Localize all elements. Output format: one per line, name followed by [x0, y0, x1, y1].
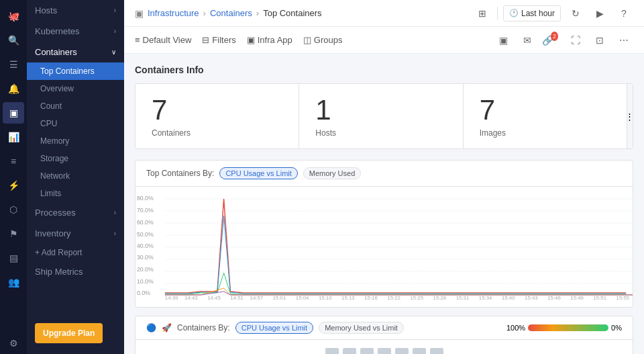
settings-icon[interactable]: ⚙: [3, 333, 24, 354]
upgrade-button[interactable]: Upgrade Plan: [35, 323, 103, 343]
memory-filter-button[interactable]: Memory Used: [303, 167, 361, 179]
metrics-row: 7 Containers 1 Hosts 7 Images ⋮: [135, 83, 633, 149]
metric-images: 7 Images: [464, 84, 627, 148]
grid-icon[interactable]: ⊞: [473, 4, 492, 23]
resize-handle[interactable]: ⋮: [627, 84, 633, 148]
sidebar-item-top-containers[interactable]: Top Containers: [27, 62, 124, 80]
bottom-panel: 🔵 🚀 Containers By: CPU Usage vs Limit Me…: [135, 316, 633, 354]
sidebar-item-storage[interactable]: Storage: [27, 150, 124, 167]
sidebar-item-processes[interactable]: Processes ›: [27, 202, 124, 223]
infra-app-button[interactable]: ▣ Infra App: [247, 32, 292, 48]
svg-text:15:01: 15:01: [273, 295, 286, 300]
svg-text:15:28: 15:28: [433, 295, 447, 300]
toolbar-right: ▣ ✉ 🔗2 ⛶ ⊡ ⋯: [494, 31, 633, 50]
app-icon: ▣: [247, 35, 255, 45]
menu-icon[interactable]: ☰: [3, 54, 24, 75]
containers-by-label: Containers By:: [177, 323, 230, 333]
monitor-icon[interactable]: ▣: [3, 102, 24, 124]
svg-text:10.0%: 10.0%: [137, 278, 154, 285]
legend-item-1: [325, 348, 339, 354]
badge: 2: [551, 32, 558, 41]
percent-high: 100%: [506, 324, 525, 332]
legend-item-7: [430, 348, 443, 354]
nav-menu: Hosts › Kubernetes › Containers ∨ Top Co…: [27, 0, 124, 354]
bottom-memory-filter-button[interactable]: Memory Used vs Limit: [319, 322, 404, 334]
breadcrumb-current: Top Containers: [263, 8, 321, 18]
split-icon[interactable]: ⊡: [590, 31, 609, 50]
svg-text:20.0%: 20.0%: [137, 266, 154, 273]
topbar-actions: ⊞ 🕐 Last hour ↻ ▶ ?: [473, 4, 633, 23]
add-report-button[interactable]: + Add Report: [27, 244, 124, 261]
percent-low: 0%: [611, 324, 622, 332]
sidebar-item-inventory[interactable]: Inventory ›: [27, 223, 124, 244]
sidebar-item-network[interactable]: Network: [27, 167, 124, 185]
groups-button[interactable]: ◫ Groups: [303, 32, 343, 48]
chevron-right-icon: ›: [114, 230, 116, 237]
alert-icon[interactable]: 🔔: [3, 78, 24, 99]
progress-bar: [528, 324, 608, 331]
refresh-icon[interactable]: ↻: [566, 4, 585, 23]
svg-text:15:10: 15:10: [319, 295, 332, 300]
bottom-cpu-filter-button[interactable]: CPU Usage vs Limit: [235, 322, 313, 334]
svg-text:15:55: 15:55: [616, 295, 630, 300]
sidebar-item-hosts[interactable]: Hosts ›: [27, 0, 124, 21]
svg-text:14:43: 14:43: [184, 295, 198, 300]
main-content: ▣ Infrastructure › Containers › Top Cont…: [124, 0, 644, 354]
svg-text:60.0%: 60.0%: [137, 219, 154, 226]
sidebar-item-kubernetes[interactable]: Kubernetes ›: [27, 21, 124, 42]
list-icon[interactable]: ≡: [3, 150, 24, 172]
svg-text:40.0%: 40.0%: [137, 242, 154, 249]
view-icon: ≡: [135, 35, 140, 45]
sidebar-item-limits[interactable]: Limits: [27, 185, 124, 202]
svg-text:14:45: 14:45: [207, 295, 221, 300]
metric-images-number: 7: [480, 95, 610, 126]
cpu-filter-button[interactable]: CPU Usage vs Limit: [219, 167, 297, 179]
svg-text:15:13: 15:13: [341, 295, 355, 300]
svg-text:14:39: 14:39: [165, 295, 178, 300]
containers-legend: [136, 340, 633, 354]
svg-text:15:49: 15:49: [570, 295, 584, 300]
search-icon[interactable]: 🔍: [3, 30, 24, 51]
sidebar-bottom: Upgrade Plan: [27, 318, 124, 354]
svg-text:15:25: 15:25: [411, 295, 424, 300]
metric-hosts: 1 Hosts: [299, 84, 463, 148]
chevron-right-icon: ›: [114, 209, 116, 216]
sidebar-item-memory[interactable]: Memory: [27, 132, 124, 150]
toolbar: ≡ Default View ⊟ Filters ▣ Infra App ◫ G…: [124, 27, 644, 54]
svg-text:80.0%: 80.0%: [137, 195, 154, 202]
help-icon[interactable]: ?: [614, 4, 633, 23]
breadcrumb-infrastructure[interactable]: Infrastructure: [148, 8, 199, 18]
svg-text:14:57: 14:57: [250, 295, 263, 300]
metric-images-label: Images: [480, 128, 610, 138]
default-view-button[interactable]: ≡ Default View: [135, 32, 191, 48]
people-icon[interactable]: 👥: [3, 271, 24, 293]
play-icon[interactable]: ▶: [590, 4, 609, 23]
sidebar-item-count[interactable]: Count: [27, 97, 124, 115]
expand-icon[interactable]: ⛶: [566, 31, 585, 50]
bottom-left: 🔵 🚀 Containers By: CPU Usage vs Limit Me…: [146, 322, 404, 334]
link-icon[interactable]: 🔗2: [542, 31, 561, 50]
display-icon[interactable]: ▣: [494, 31, 513, 50]
chart-container: 80.0% 70.0% 60.0% 50.0% 40.0% 30.0% 20.0…: [136, 187, 633, 307]
filters-button[interactable]: ⊟ Filters: [202, 32, 235, 48]
mail-icon[interactable]: ✉: [518, 31, 537, 50]
chevron-right-icon: ›: [114, 7, 116, 14]
connect-icon[interactable]: ⚡: [3, 175, 24, 196]
rocket-icon: 🚀: [162, 323, 172, 333]
sidebar-item-containers[interactable]: Containers ∨: [27, 42, 124, 62]
puzzle-icon[interactable]: ⬡: [3, 199, 24, 220]
svg-text:15:51: 15:51: [593, 295, 606, 300]
toolbar-left: ≡ Default View ⊟ Filters ▣ Infra App ◫ G…: [135, 32, 342, 48]
chevron-right-icon: ›: [114, 28, 116, 35]
last-hour-button[interactable]: 🕐 Last hour: [503, 5, 561, 21]
logo-icon[interactable]: 🐙: [3, 5, 24, 27]
chart-icon[interactable]: 📊: [3, 126, 24, 148]
topbar: ▣ Infrastructure › Containers › Top Cont…: [124, 0, 644, 27]
flag-icon[interactable]: ⚑: [3, 223, 24, 245]
sidebar-item-cpu[interactable]: CPU: [27, 115, 124, 132]
sidebar-item-overview[interactable]: Overview: [27, 80, 124, 97]
sidebar-item-ship-metrics[interactable]: Ship Metrics: [27, 261, 124, 282]
breadcrumb-containers[interactable]: Containers: [210, 8, 252, 18]
more-icon[interactable]: ⋯: [614, 31, 633, 50]
box-icon[interactable]: ▤: [3, 247, 24, 269]
